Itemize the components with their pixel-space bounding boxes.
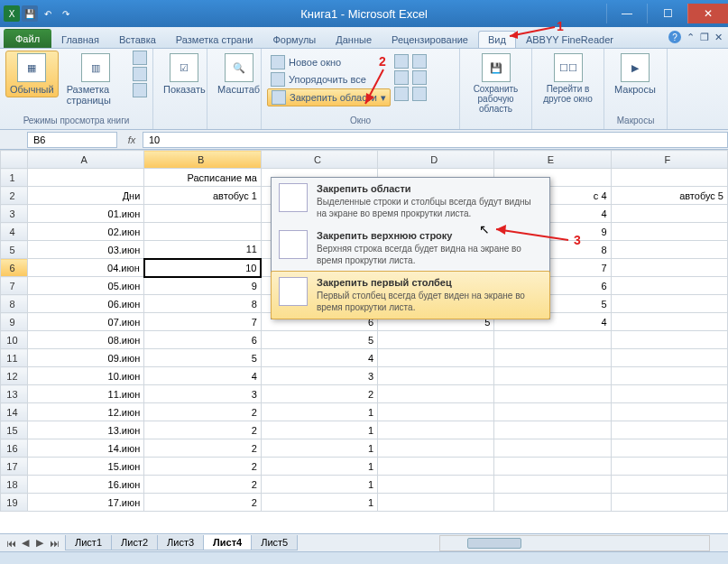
sheet-nav-next[interactable]: ▶ [32,536,47,550]
arrange-all-button[interactable]: Упорядочить все [267,71,391,88]
freeze-first-column-option[interactable]: Закрепить первый столбец Первый столбец … [271,271,550,319]
row-header[interactable]: 5 [1,241,28,259]
pagelayout-view-button[interactable]: ▥ Разметка страницы [62,51,129,108]
sheet-nav-first[interactable]: ⏮ [4,536,18,550]
tab-view[interactable]: Вид [478,31,516,48]
tab-home[interactable]: Главная [51,31,109,48]
split-icon[interactable] [394,54,409,69]
col-header-b[interactable]: B [144,151,262,169]
row-header[interactable]: 19 [1,494,28,512]
select-all-corner[interactable] [1,151,28,169]
minimize-button[interactable]: — [606,4,647,23]
sheet-tab[interactable]: Лист2 [111,535,158,550]
row-header[interactable]: 16 [1,439,28,458]
freeze-top-row-option[interactable]: Закрепить верхнюю строку Верхняя строка … [272,225,549,272]
tab-review[interactable]: Рецензирование [382,31,478,48]
active-cell[interactable]: 10 [144,259,262,277]
col-header-e[interactable]: E [494,151,611,169]
tab-file[interactable]: Файл [4,29,51,48]
ribbon-tabs: Файл Главная Вставка Разметка страни Фор… [0,27,728,49]
tab-insert[interactable]: Вставка [109,31,166,48]
undo-icon[interactable]: ↶ [40,5,56,22]
scrollbar-thumb[interactable] [467,538,521,549]
col-header-a[interactable]: A [27,151,143,169]
freeze-first-column-icon [279,277,308,306]
tab-abbyy[interactable]: ABBYY FineReader [516,31,623,48]
row-header[interactable]: 3 [1,205,28,223]
freeze-panes-menu: Закрепить области Выделенные строки и ст… [271,177,550,319]
restore-window-icon[interactable]: ❐ [700,32,709,43]
row-header[interactable]: 1 [1,169,28,187]
spreadsheet-grid[interactable]: A B C D E F 1Расписание ма 2Дниавтобус 1… [0,150,728,529]
row-header[interactable]: 6 [1,259,28,277]
sheet-tab[interactable]: Лист1 [65,535,112,550]
pagebreak-icon[interactable] [133,51,147,65]
group-macros-label: Макросы [610,116,661,127]
row-header[interactable]: 14 [1,403,28,421]
row-header[interactable]: 4 [1,223,28,241]
ribbon-body: ▦ Обычный ▥ Разметка страницы Режимы про… [0,49,728,130]
side-by-side-icon[interactable] [412,54,427,69]
show-icon: ☑ [170,53,198,82]
window-controls: — ☐ ✕ [606,4,728,23]
show-button[interactable]: ☑ Показать [159,51,210,97]
col-header-f[interactable]: F [611,151,727,169]
horizontal-scrollbar[interactable] [439,535,710,551]
col-header-c[interactable]: C [261,151,377,169]
custom-views-icon[interactable] [133,67,147,81]
unhide-icon[interactable] [394,87,409,101]
fullscreen-icon[interactable] [133,83,147,97]
zoom-button[interactable]: 🔍 Масштаб [213,51,264,97]
freeze-panes-option[interactable]: Закрепить области Выделенные строки и ст… [272,178,549,225]
freeze-panes-button[interactable]: Закрепить области ▾ [267,88,391,106]
redo-icon[interactable]: ↷ [58,5,74,22]
tab-pagelayout[interactable]: Разметка страни [166,31,263,48]
minimize-ribbon-icon[interactable]: ⌃ [687,32,695,43]
quick-access-toolbar: X 💾 ↶ ↷ [0,5,78,22]
row-header[interactable]: 8 [1,295,28,313]
excel-icon[interactable]: X [4,5,20,22]
switch-windows-button[interactable]: ☐☐ Перейти в другое окно [538,51,598,106]
row-header[interactable]: 18 [1,476,28,494]
pagelayout-view-icon: ▥ [81,53,110,82]
save-workspace-button[interactable]: 💾 Сохранить рабочую область [465,51,526,116]
normal-view-icon: ▦ [17,53,46,82]
close-workbook-icon[interactable]: ✕ [714,32,723,43]
row-header[interactable]: 10 [1,331,28,349]
close-button[interactable]: ✕ [687,4,728,23]
sheet-tab[interactable]: Лист5 [251,535,298,550]
formula-input[interactable]: 10 [143,132,728,148]
hide-icon[interactable] [394,70,409,85]
sheet-tab[interactable]: Лист3 [157,535,204,550]
tab-data[interactable]: Данные [326,31,382,48]
reset-position-icon[interactable] [412,87,427,101]
window-title: Книга1 - Microsoft Excel [300,7,428,21]
row-header[interactable]: 12 [1,367,28,385]
row-header[interactable]: 17 [1,458,28,476]
row-header[interactable]: 9 [1,313,28,331]
group-window-label: Окно [267,116,454,127]
sheet-nav-last[interactable]: ⏭ [47,536,61,550]
arrange-all-icon [271,72,285,87]
sync-scroll-icon[interactable] [412,70,427,85]
formula-bar: B6 fx 10 [0,130,728,150]
tab-formulas[interactable]: Формулы [263,31,326,48]
row-header[interactable]: 13 [1,385,28,403]
macros-button[interactable]: ▶ Макросы [610,51,660,97]
new-window-button[interactable]: Новое окно [267,54,391,70]
title-bar: X 💾 ↶ ↷ Книга1 - Microsoft Excel — ☐ ✕ [0,0,728,27]
sheet-tab-active[interactable]: Лист4 [203,535,252,550]
sheet-nav-prev[interactable]: ◀ [18,536,32,550]
row-header[interactable]: 15 [1,421,28,439]
row-header[interactable]: 11 [1,349,28,367]
save-icon[interactable]: 💾 [22,5,38,22]
maximize-button[interactable]: ☐ [647,4,687,23]
row-header[interactable]: 7 [1,277,28,295]
row-header[interactable]: 2 [1,187,28,205]
col-header-d[interactable]: D [378,151,494,169]
name-box[interactable]: B6 [27,132,117,148]
fx-icon[interactable]: fx [121,134,143,145]
normal-view-button[interactable]: ▦ Обычный [5,51,59,97]
cursor-icon: ↖ [479,222,490,236]
help-icon[interactable]: ? [668,31,681,43]
